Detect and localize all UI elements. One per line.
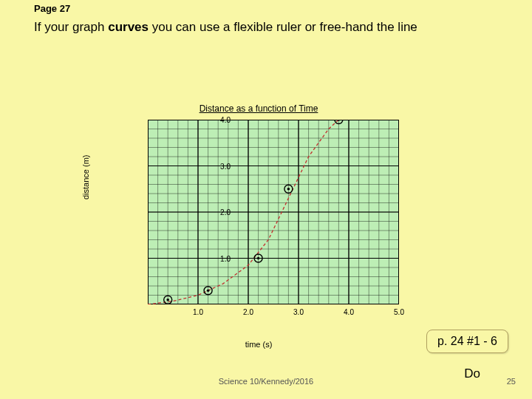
xtick-4: 4.0 [344, 308, 354, 316]
ytick-4: 4.0 [208, 116, 231, 124]
ytick-2: 2.0 [208, 208, 231, 216]
ytick-3: 3.0 [208, 163, 231, 171]
instruction-suffix: you can use a flexible ruler or free-han… [149, 20, 417, 34]
footer-text: Science 10/Kennedy/2016 [0, 377, 532, 386]
x-axis-label: time (s) [89, 340, 429, 349]
svg-point-60 [166, 299, 169, 301]
homework-callout: p. 24 #1 - 6 [426, 330, 508, 353]
instruction-prefix: If your graph [34, 20, 108, 34]
svg-point-64 [257, 257, 260, 260]
instruction-bold: curves [108, 20, 149, 34]
xtick-2: 2.0 [243, 308, 253, 316]
svg-point-62 [207, 289, 210, 292]
slide-number: 25 [507, 377, 516, 386]
plot-area [148, 120, 399, 304]
y-axis-label: distance (m) [81, 154, 90, 200]
instruction-text: If your graph curves you can use a flexi… [34, 19, 502, 35]
chart-container: Distance as a function of Time distance … [89, 103, 429, 340]
xtick-5: 5.0 [394, 308, 404, 316]
ytick-1: 1.0 [208, 255, 231, 263]
page-label: Page 27 [34, 3, 70, 14]
chart-title: Distance as a function of Time [89, 103, 429, 114]
xtick-1: 1.0 [193, 308, 203, 316]
svg-point-66 [287, 188, 290, 191]
xtick-3: 3.0 [293, 308, 304, 316]
